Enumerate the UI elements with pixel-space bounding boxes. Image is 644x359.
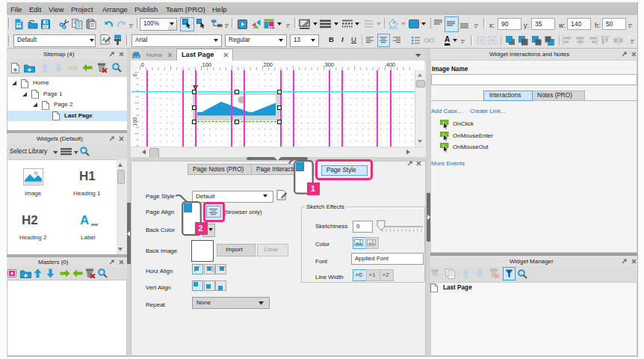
svg-text:200: 200 [264, 61, 273, 68]
svg-text:100: 100 [202, 61, 212, 68]
svg-text:0: 0 [131, 73, 138, 76]
svg-text:100: 100 [131, 117, 138, 126]
svg-text:0: 0 [141, 61, 144, 68]
svg-text:400: 400 [386, 61, 396, 68]
svg-text:300: 300 [325, 61, 335, 68]
svg-text:A: A [102, 37, 106, 42]
